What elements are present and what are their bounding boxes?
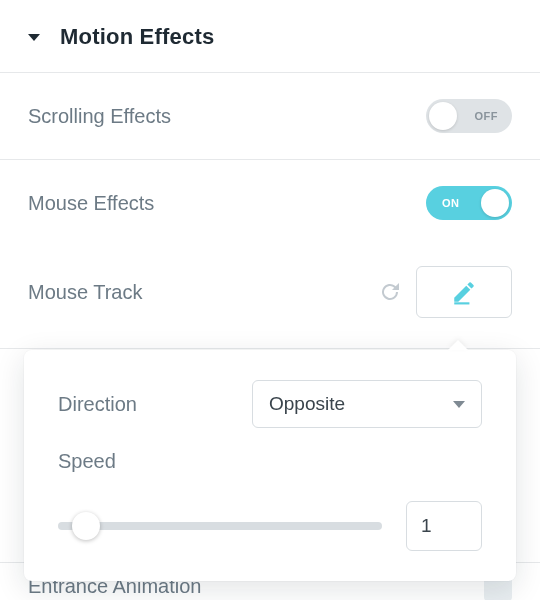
caret-down-icon: [28, 34, 40, 41]
speed-label: Speed: [58, 450, 482, 473]
edit-mouse-track-button[interactable]: [416, 266, 512, 318]
scrolling-effects-toggle[interactable]: OFF: [426, 99, 512, 133]
mouse-track-popover: Direction Opposite Speed 1: [24, 350, 516, 581]
reset-icon: [378, 280, 402, 304]
direction-row: Direction Opposite: [58, 380, 482, 428]
toggle-text: OFF: [475, 110, 499, 122]
reset-button[interactable]: [378, 280, 402, 304]
mouse-track-label: Mouse Track: [28, 281, 142, 304]
row-mouse-effects: Mouse Effects ON: [0, 160, 540, 246]
slider-track: [58, 522, 382, 530]
row-mouse-track: Mouse Track: [0, 246, 540, 349]
section-header[interactable]: Motion Effects: [0, 0, 540, 73]
mouse-effects-toggle[interactable]: ON: [426, 186, 512, 220]
speed-value: 1: [421, 515, 432, 537]
scrolling-effects-label: Scrolling Effects: [28, 105, 171, 128]
toggle-knob: [429, 102, 457, 130]
mouse-effects-label: Mouse Effects: [28, 192, 154, 215]
chevron-down-icon: [453, 401, 465, 408]
direction-label: Direction: [58, 393, 137, 416]
speed-slider[interactable]: [58, 512, 382, 540]
svg-rect-0: [454, 302, 469, 304]
mouse-track-controls: [378, 266, 512, 318]
row-scrolling-effects: Scrolling Effects OFF: [0, 73, 540, 160]
toggle-knob: [481, 189, 509, 217]
speed-control: 1: [58, 501, 482, 551]
toggle-text: ON: [442, 197, 460, 209]
pencil-icon: [451, 279, 477, 305]
direction-select[interactable]: Opposite: [252, 380, 482, 428]
speed-input[interactable]: 1: [406, 501, 482, 551]
section-title: Motion Effects: [60, 24, 214, 50]
direction-value: Opposite: [269, 393, 345, 415]
slider-thumb[interactable]: [72, 512, 100, 540]
